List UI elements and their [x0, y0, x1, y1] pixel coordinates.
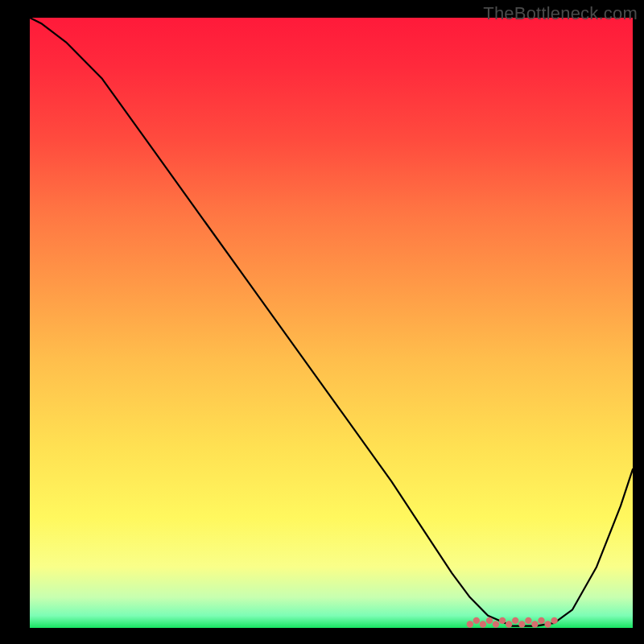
optimal-dot [538, 617, 544, 624]
bottleneck-curve [30, 18, 633, 626]
optimal-dot [499, 617, 506, 624]
chart-container: TheBottleneck.com [0, 0, 644, 644]
optimal-dot [551, 617, 557, 624]
optimal-dot [531, 621, 538, 627]
optimal-dot [467, 621, 473, 627]
optimal-dot [525, 617, 531, 624]
optimal-dot [480, 621, 486, 627]
optimal-dot [486, 617, 493, 624]
optimal-dot [512, 617, 518, 624]
optimal-dot [518, 621, 525, 627]
chart-overlay [0, 0, 644, 644]
optimal-dot [544, 621, 551, 627]
optimal-dot [473, 617, 480, 624]
optimal-dot [493, 621, 499, 627]
optimal-dot [506, 621, 512, 627]
